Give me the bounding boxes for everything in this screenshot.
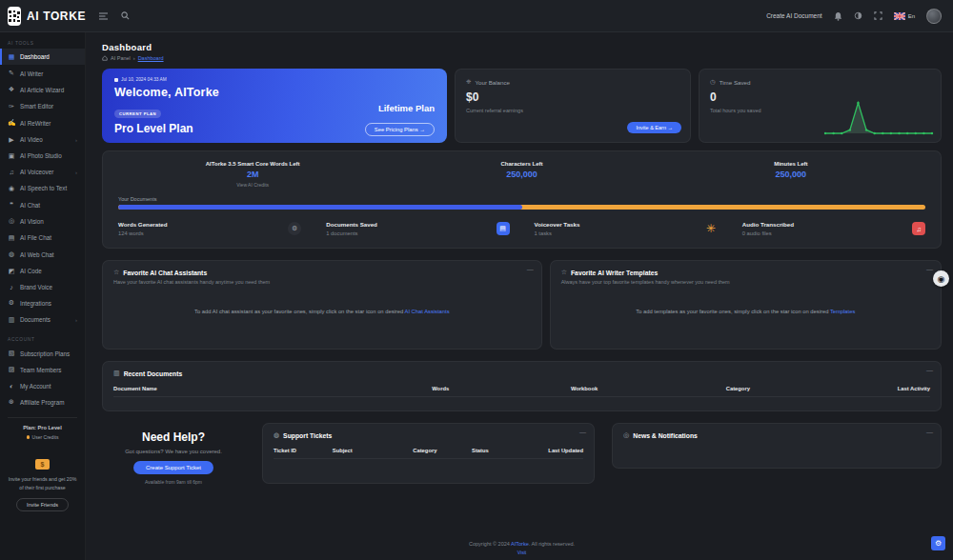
sidebar-item-smart-editor[interactable]: ✑ Smart Editor (0, 98, 85, 114)
characters-left-stat: Characters Left 250,000 (387, 161, 656, 188)
search-icon[interactable] (121, 11, 130, 20)
microphone-icon: ◉ (8, 185, 15, 192)
code-icon: ◩ (8, 268, 15, 275)
sidebar-section-tools: AI TOOLS (0, 37, 85, 49)
collapse-card-button[interactable]: — (926, 367, 933, 373)
page-title: Dashboard (102, 42, 942, 52)
column-header: Status (472, 448, 521, 453)
favorite-chat-assistants-card: ☆ Favorite AI Chat Assistants — Have you… (102, 260, 542, 350)
sidebar-item-ai-file-chat[interactable]: ▤ AI File Chat (0, 230, 85, 246)
view-ai-credits-link[interactable]: View AI Credits (118, 182, 387, 188)
documents-progress-used (118, 205, 522, 210)
need-help-section: Need Help? Got questions? We have you co… (102, 423, 245, 485)
brand-link[interactable]: AITorke (511, 541, 529, 547)
app-logo[interactable]: AI TORKE (0, 7, 86, 26)
subscription-icon: ▧ (8, 350, 15, 357)
collapse-card-button[interactable]: — (926, 266, 933, 272)
footer-link[interactable]: Visit (102, 550, 942, 555)
sidebar-item-team-members[interactable]: ▨ Team Members (0, 362, 85, 378)
sidebar-item-ai-writer[interactable]: ✎ AI Writer (0, 65, 85, 81)
welcome-heading: Welcome, AITorke (114, 86, 435, 99)
logo-text: AI TORKE (27, 10, 86, 23)
column-header: Workbook (571, 386, 726, 391)
words-generated-stat: Words Generated 124 words ⚙ (118, 221, 301, 236)
fullscreen-icon[interactable] (874, 11, 882, 20)
sidebar-item-ai-video[interactable]: ▶ AI Video › (0, 131, 85, 148)
words-generated-icon: ⚙ (288, 222, 301, 235)
words-left-value: 2M (118, 170, 387, 179)
eye-icon: ◎ (8, 217, 15, 225)
wizard-icon: ❖ (8, 86, 15, 93)
recent-documents-card: ▥ Recent Documents — Document Name Words… (102, 361, 942, 411)
balance-value: $0 (466, 90, 679, 104)
globe-icon: ◍ (8, 250, 15, 258)
invite-friends-button[interactable]: Invite Friends (16, 498, 69, 511)
sidebar-item-dashboard[interactable]: ▦ Dashboard (0, 49, 85, 65)
sidebar-item-integrations[interactable]: ⚙ Integrations (0, 295, 85, 311)
ticket-icon: ◍ (274, 431, 279, 439)
sidebar-item-ai-photo-studio[interactable]: ▣ AI Photo Studio (0, 148, 85, 164)
rewrite-icon: ✍ (8, 119, 15, 127)
video-icon: ▶ (8, 136, 15, 144)
collapse-card-button[interactable]: — (926, 429, 933, 435)
balance-subtitle: Current referral earnings (466, 108, 679, 113)
photo-icon: ▣ (8, 152, 15, 160)
see-pricing-plans-button[interactable]: See Pricing Plans → (365, 123, 435, 136)
language-selector[interactable]: En (894, 12, 915, 20)
sidebar-item-ai-chat[interactable]: ❝ AI Chat (0, 196, 85, 212)
minutes-left-label: Minutes Left (657, 161, 925, 167)
menu-toggle-icon[interactable] (99, 12, 108, 20)
team-icon: ▨ (8, 366, 15, 373)
sidebar-item-ai-article-wizard[interactable]: ❖ AI Article Wizard (0, 82, 85, 98)
sidebar-item-ai-speech-to-text[interactable]: ◉ AI Speech to Text (0, 180, 85, 196)
user-credits-link[interactable]: User Credits (0, 434, 85, 440)
collapse-card-button[interactable]: — (579, 429, 586, 435)
sidebar-item-my-account[interactable]: ◐ My Account (0, 378, 85, 393)
gift-icon: ❈ (466, 78, 471, 86)
chat-widget-button[interactable]: ◉ (933, 270, 949, 287)
sidebar-item-ai-rewriter[interactable]: ✍ AI ReWriter (0, 115, 85, 131)
usage-card: AITorke 3.5 Smart Core Words Left 2M Vie… (102, 150, 942, 249)
theme-toggle-icon[interactable] (854, 11, 862, 20)
invite-earn-button[interactable]: Invite & Earn → (627, 122, 681, 133)
column-header: Last Updated (521, 448, 583, 453)
invite-friends-text: Invite your friends and get 20% of their… (7, 475, 78, 492)
sidebar-item-ai-vision[interactable]: ◎ AI Vision (0, 213, 85, 230)
copyright-text: Copyright © 2024 AITorke. All rights res… (102, 541, 942, 547)
sidebar-divider (8, 417, 77, 418)
document-icon: ▥ (113, 370, 120, 377)
breadcrumb-current[interactable]: Dashboard (138, 55, 164, 61)
news-notifications-card: ◎ News & Notifications — (612, 423, 942, 469)
editor-icon: ✑ (8, 103, 15, 110)
ai-chat-assistants-link[interactable]: AI Chat Assistants (405, 309, 450, 314)
credits-dot-icon (27, 435, 30, 439)
notifications-bell-icon[interactable] (834, 11, 842, 21)
your-documents-label: Your Documents (118, 196, 925, 202)
sidebar-item-documents[interactable]: ▥ Documents › (0, 311, 85, 328)
affiliate-icon: ⊛ (8, 398, 15, 406)
sidebar-item-ai-voiceover[interactable]: ♫ AI Voiceover › (0, 165, 85, 180)
chevron-right-icon: › (75, 317, 77, 323)
sidebar-item-ai-code[interactable]: ◩ AI Code (0, 263, 85, 279)
star-icon: ☆ (561, 269, 567, 276)
breadcrumb-root[interactable]: AI Panel (111, 55, 131, 61)
templates-link[interactable]: Templates (830, 309, 855, 314)
collapse-card-button[interactable]: — (527, 266, 534, 272)
sidebar-item-ai-web-chat[interactable]: ◍ AI Web Chat (0, 247, 85, 263)
theme-settings-button[interactable]: ⚙ (931, 536, 945, 550)
user-avatar[interactable] (926, 9, 942, 24)
lifetime-plan-label: Lifetime Plan (365, 103, 435, 113)
sidebar-item-brand-voice[interactable]: ♪ Brand Voice (0, 279, 85, 294)
create-ai-document-link[interactable]: Create AI Document (766, 12, 822, 19)
voiceover-icon: ♫ (8, 169, 15, 175)
breadcrumb-separator: › (133, 55, 135, 61)
plan-name: Pro Level Plan (114, 122, 193, 135)
sidebar-item-affiliate-program[interactable]: ⊛ Affiliate Program (0, 394, 85, 410)
file-icon: ▤ (8, 234, 15, 242)
sidebar-item-subscription-plans[interactable]: ▧ Subscription Plans (0, 345, 85, 361)
language-label: En (908, 13, 915, 19)
create-support-ticket-button[interactable]: Create Support Ticket (133, 461, 213, 474)
documents-progress-bar (118, 205, 925, 210)
clock-icon: ◷ (710, 78, 716, 86)
flag-icon (894, 12, 905, 20)
